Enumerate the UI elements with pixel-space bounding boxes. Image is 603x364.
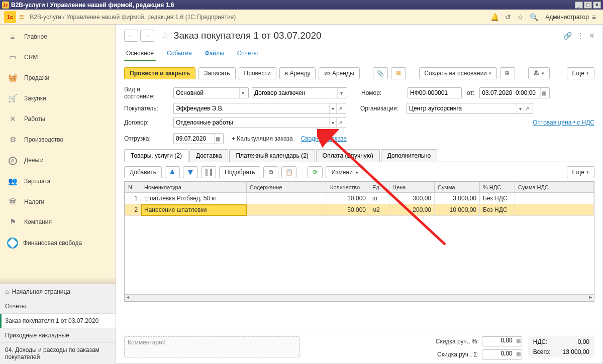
shipment-date-input[interactable]: ▦ [173, 133, 224, 144]
col-nomenclature[interactable]: Номенклатура [141, 182, 247, 193]
discount-pct-input[interactable]: 0,00 [482, 336, 522, 346]
date-input[interactable]: ▦ [479, 87, 550, 98]
window-title: B2B-услуги / Управление нашей фирмой, ре… [11, 2, 174, 9]
close-document-button[interactable]: × [589, 31, 594, 41]
subtab-reports[interactable]: Отчеты [235, 47, 260, 61]
print-button[interactable]: 🖶▾ [528, 67, 550, 79]
open-icon[interactable]: ↗ [336, 117, 344, 128]
open-window-order[interactable]: Заказ покупателя 1 от 03.07.2020 [0, 314, 116, 328]
create-based-button[interactable]: Создать на основании▾ [419, 67, 497, 79]
table-row[interactable]: 2 Нанесение шпатлевки 50,000 м2 200,00 1… [125, 204, 594, 216]
table-more-button[interactable]: Еще▾ [567, 166, 594, 178]
write-button[interactable]: Записать [198, 67, 235, 79]
buyer-select[interactable]: ▾↗ [173, 103, 346, 114]
nav-crm[interactable]: ▭CRM [0, 47, 116, 67]
col-n[interactable]: N [125, 182, 141, 193]
open-icon[interactable]: ↗ [336, 103, 344, 113]
nav-purchases[interactable]: 🛒Закупки [0, 88, 116, 108]
open-window-receipts[interactable]: Приходные накладные [0, 328, 116, 343]
chevron-down-icon[interactable]: ▾ [517, 103, 524, 113]
report-button[interactable]: 🗎 [500, 67, 515, 79]
col-content[interactable]: Содержание [247, 182, 327, 193]
status-select[interactable]: ▾ [252, 87, 347, 98]
price-type-link[interactable]: Оптовая цена • с НДС [533, 119, 594, 126]
link-icon[interactable]: 🔗 [563, 32, 572, 40]
chevron-down-icon[interactable]: ▾ [329, 117, 337, 128]
window-close-button[interactable]: × [593, 2, 601, 9]
more-button[interactable]: Еще▾ [567, 67, 594, 79]
tab-delivery[interactable]: Доставка [189, 149, 229, 162]
window-maximize-button[interactable]: □ [584, 2, 592, 9]
nav-salary[interactable]: 👥Зарплата [0, 171, 116, 192]
chevron-down-icon[interactable]: ▾ [239, 88, 246, 98]
subtab-files[interactable]: Файлы [203, 47, 226, 61]
paste-button[interactable]: 📋 [281, 166, 296, 178]
open-icon[interactable]: ↗ [524, 103, 531, 113]
org-select[interactable]: ▾↗ [407, 103, 533, 114]
pick-button[interactable]: Подобрать [219, 166, 260, 178]
open-window-home[interactable]: Начальная страница [0, 284, 116, 299]
chevron-down-icon[interactable]: ▾ [337, 88, 345, 98]
col-unit[interactable]: Ед. [369, 182, 389, 193]
tab-additional[interactable]: Дополнительно [381, 149, 437, 162]
nav-sales[interactable]: 🧺Продажи [0, 67, 116, 88]
from-rent-button[interactable]: из Аренды [319, 67, 359, 79]
contract-select[interactable]: ▾↗ [173, 117, 346, 128]
tab-goods[interactable]: Товары, услуги (2) [124, 149, 188, 162]
calendar-icon[interactable]: ▦ [540, 88, 547, 98]
nav-taxes[interactable]: 🏛Налоги [0, 192, 116, 212]
forward-button[interactable]: → [140, 30, 154, 42]
order-summary-link[interactable]: Сводно о заказе [301, 135, 347, 142]
col-price[interactable]: Цена [389, 182, 435, 193]
kind-select[interactable]: ▾ [173, 87, 249, 98]
kebab-icon[interactable]: ⋮ [577, 32, 584, 40]
window-minimize-button[interactable]: _ [575, 2, 583, 9]
post-and-close-button[interactable]: Провести и закрыть [124, 67, 195, 79]
attach-button[interactable]: 📎 [373, 67, 388, 79]
move-down-button[interactable]: ⯆ [183, 166, 198, 178]
open-window-report04[interactable]: 04. Доходы и расходы по заказам покупате… [0, 343, 116, 364]
bell-icon[interactable]: 🔔 [490, 13, 499, 21]
lines-table[interactable]: N Номенклатура Содержание Количество Ед.… [124, 181, 594, 302]
nav-main[interactable]: ≡Главное [0, 27, 116, 47]
nav-company[interactable]: ⚑Компания [0, 212, 116, 232]
history-icon[interactable]: ↺ [505, 13, 511, 21]
subtab-events[interactable]: События [165, 47, 194, 61]
horizontal-scrollbar[interactable] [125, 294, 594, 301]
number-input[interactable] [408, 87, 462, 98]
move-up-button[interactable]: ⯅ [165, 166, 180, 178]
col-qty[interactable]: Количество [327, 182, 369, 193]
change-button[interactable]: Изменить [326, 166, 364, 178]
to-rent-button[interactable]: в Аренду [279, 67, 316, 79]
barcode-button[interactable]: ║║ [201, 166, 216, 178]
open-window-reports[interactable]: Отчеты [0, 299, 116, 314]
discount-sum-input[interactable]: 0,00 [482, 349, 522, 359]
settings-icon[interactable]: ≡ [592, 13, 596, 21]
mail-button[interactable]: ✉ [391, 67, 406, 79]
tab-payment-calendar[interactable]: Платежный календарь (2) [229, 149, 315, 162]
star-icon[interactable]: ☆ [517, 13, 524, 21]
col-vat-sum[interactable]: Сумма НДС [515, 182, 594, 193]
copy-button[interactable]: ⧉ [263, 166, 278, 178]
col-vat-pct[interactable]: % НДС [480, 182, 515, 193]
table-row[interactable]: 1 Шпатлевка Ротбанд, 50 кг 10,000 ш 300,… [125, 193, 594, 204]
back-button[interactable]: ← [124, 30, 138, 42]
subtab-main[interactable]: Основное [124, 47, 156, 61]
post-button[interactable]: Провести [239, 67, 276, 79]
hamburger-icon[interactable]: ≡ [19, 13, 24, 22]
nav-financial-freedom[interactable]: Финансовая свобода [0, 232, 116, 254]
comment-input[interactable]: Комментарий [124, 336, 300, 357]
nav-production[interactable]: ⚙Производство [0, 129, 116, 150]
calculation-label[interactable]: + Калькуляция заказа [232, 135, 293, 142]
favorite-star-icon[interactable]: ☆ [160, 30, 169, 42]
search-icon[interactable]: 🔍 [530, 13, 538, 21]
col-sum[interactable]: Сумма [435, 182, 480, 193]
calendar-icon[interactable]: ▦ [214, 134, 221, 144]
user-label[interactable]: Администратор [545, 14, 589, 21]
refresh-button[interactable]: ⟳ [308, 166, 323, 178]
nav-money[interactable]: ₽Деньги [0, 150, 116, 171]
chevron-down-icon[interactable]: ▾ [329, 103, 337, 113]
nav-works[interactable]: ✕Работы [0, 108, 116, 129]
tab-payment[interactable]: Оплата (Вручную) [316, 149, 380, 162]
add-row-button[interactable]: Добавить [124, 166, 162, 178]
